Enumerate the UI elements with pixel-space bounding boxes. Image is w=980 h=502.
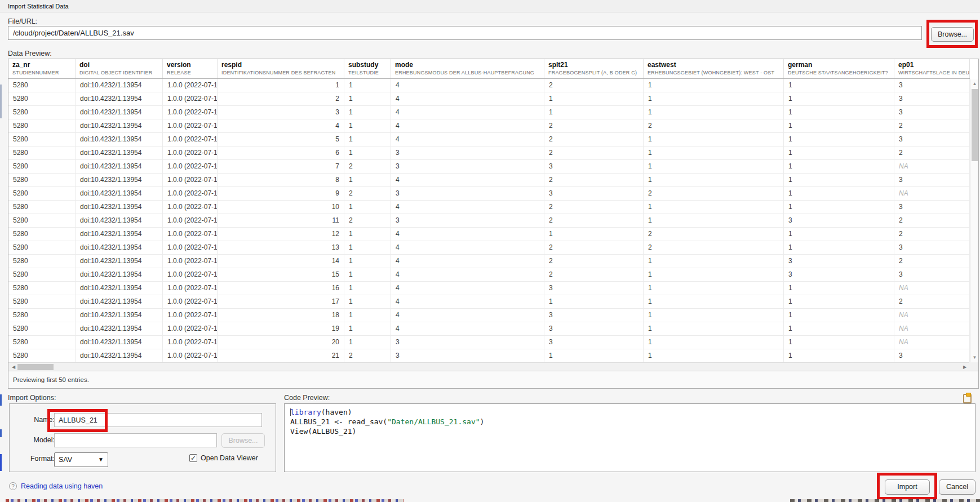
table-cell-respid: 14 xyxy=(218,255,344,268)
format-selected-value: SAV xyxy=(59,456,72,464)
table-cell-ep01: 3 xyxy=(894,349,970,362)
table-cell-respid: 13 xyxy=(218,241,344,254)
format-label: Format: xyxy=(13,455,55,463)
table-cell-mode: 3 xyxy=(391,214,544,227)
table-cell-respid: 21 xyxy=(218,349,344,362)
model-browse-button[interactable]: Browse... xyxy=(221,433,265,448)
table-cell-respid: 6 xyxy=(218,146,344,159)
table-cell-doi: doi:10.4232/1.13954 xyxy=(76,295,163,308)
open-data-viewer-checkbox[interactable]: ✓ xyxy=(189,454,197,462)
table-cell-respid: 7 xyxy=(218,160,344,173)
horizontal-scrollbar-thumb[interactable] xyxy=(17,364,54,370)
table-cell-german: 1 xyxy=(784,241,894,254)
table-cell-doi: doi:10.4232/1.13954 xyxy=(76,349,163,362)
table-cell-doi: doi:10.4232/1.13954 xyxy=(76,241,163,254)
table-cell-substudy: 2 xyxy=(344,160,391,173)
scrollbar-corner xyxy=(969,362,978,371)
copy-clipboard-icon[interactable] xyxy=(963,394,972,403)
column-header-respid: respidIDENTIFIKATIONSNUMMER DES BEFRAGTE… xyxy=(218,59,344,78)
table-cell-za_nr: 5280 xyxy=(8,214,76,227)
table-cell-german: 1 xyxy=(784,187,894,200)
table-cell-version: 1.0.0 (2022-07-13) xyxy=(163,146,218,159)
model-input[interactable] xyxy=(54,433,217,447)
table-cell-german: 1 xyxy=(784,349,894,362)
table-cell-ep01: 2 xyxy=(894,228,970,241)
table-cell-german: 3 xyxy=(784,214,894,227)
vertical-scrollbar[interactable]: ▲ ▼ xyxy=(970,79,978,362)
table-row: 5280doi:10.4232/1.139541.0.0 (2022-07-13… xyxy=(8,160,970,174)
scroll-right-icon[interactable]: ▶ xyxy=(961,363,969,371)
preview-body: 5280doi:10.4232/1.139541.0.0 (2022-07-13… xyxy=(8,79,970,362)
table-cell-respid: 8 xyxy=(218,174,344,186)
horizontal-scrollbar[interactable]: ◀ ▶ xyxy=(8,362,970,371)
table-cell-version: 1.0.0 (2022-07-13) xyxy=(163,336,218,349)
table-row: 5280doi:10.4232/1.139541.0.0 (2022-07-13… xyxy=(8,201,970,214)
table-cell-splt21: 1 xyxy=(544,106,644,119)
table-cell-german: 1 xyxy=(784,79,894,92)
table-cell-substudy: 1 xyxy=(344,133,391,146)
browse-button[interactable]: Browse... xyxy=(931,27,974,42)
table-cell-doi: doi:10.4232/1.13954 xyxy=(76,201,163,214)
table-cell-german: 1 xyxy=(784,201,894,214)
code-preview-label: Code Preview: xyxy=(284,394,330,402)
code-line: View(ALLBUS_21) xyxy=(290,427,969,436)
import-button[interactable]: Import xyxy=(885,479,930,495)
table-cell-mode: 4 xyxy=(391,309,544,322)
table-cell-za_nr: 5280 xyxy=(8,201,76,214)
table-cell-doi: doi:10.4232/1.13954 xyxy=(76,92,163,105)
import-options-group: Name: Model: Browse... Format: SAV ▼ ✓ O… xyxy=(9,403,276,472)
table-cell-version: 1.0.0 (2022-07-13) xyxy=(163,214,218,227)
table-cell-eastwest: 1 xyxy=(644,255,784,268)
background-window-sliver xyxy=(6,499,403,502)
table-cell-ep01: 3 xyxy=(894,79,970,92)
table-cell-splt21: 2 xyxy=(544,119,644,132)
table-row: 5280doi:10.4232/1.139541.0.0 (2022-07-13… xyxy=(8,282,970,295)
table-cell-splt21: 3 xyxy=(544,322,644,335)
open-data-viewer-row[interactable]: ✓ Open Data Viewer xyxy=(189,454,258,462)
table-cell-mode: 4 xyxy=(391,295,544,308)
dialog-title: Import Statistical Data xyxy=(0,0,980,12)
column-header-eastwest: eastwestERHEBUNGSGEBIET (WOHNGEBIET): WE… xyxy=(644,59,784,78)
table-cell-substudy: 1 xyxy=(344,92,391,105)
table-cell-version: 1.0.0 (2022-07-13) xyxy=(163,309,218,322)
table-row: 5280doi:10.4232/1.139541.0.0 (2022-07-13… xyxy=(8,174,970,187)
table-cell-za_nr: 5280 xyxy=(8,187,76,200)
table-cell-ep01: 2 xyxy=(894,119,970,132)
table-cell-ep01: 2 xyxy=(894,214,970,227)
help-link-row[interactable]: ? Reading data using haven xyxy=(9,482,103,490)
scroll-up-icon[interactable]: ▲ xyxy=(970,80,979,87)
chevron-down-icon: ▼ xyxy=(98,453,104,467)
table-cell-respid: 11 xyxy=(218,214,344,227)
table-cell-splt21: 1 xyxy=(544,228,644,241)
table-cell-substudy: 2 xyxy=(344,214,391,227)
file-url-input[interactable] xyxy=(8,26,922,40)
table-cell-respid: 16 xyxy=(218,282,344,295)
table-cell-version: 1.0.0 (2022-07-13) xyxy=(163,79,218,92)
table-cell-eastwest: 1 xyxy=(644,349,784,362)
table-cell-german: 1 xyxy=(784,174,894,186)
table-cell-german: 1 xyxy=(784,106,894,119)
scroll-down-icon[interactable]: ▼ xyxy=(970,354,979,361)
table-cell-substudy: 1 xyxy=(344,282,391,295)
help-link[interactable]: Reading data using haven xyxy=(21,482,103,490)
cancel-button[interactable]: Cancel xyxy=(939,479,975,495)
table-row: 5280doi:10.4232/1.139541.0.0 (2022-07-13… xyxy=(8,187,970,201)
table-cell-german: 3 xyxy=(784,268,894,281)
table-cell-eastwest: 1 xyxy=(644,214,784,227)
help-question-icon[interactable]: ? xyxy=(9,482,17,490)
scroll-left-icon[interactable]: ◀ xyxy=(10,363,17,371)
name-input[interactable] xyxy=(54,413,262,427)
table-cell-mode: 4 xyxy=(391,119,544,132)
table-cell-respid: 2 xyxy=(218,92,344,105)
table-cell-splt21: 2 xyxy=(544,255,644,268)
table-cell-za_nr: 5280 xyxy=(8,282,76,295)
table-cell-za_nr: 5280 xyxy=(8,228,76,241)
code-preview-editor[interactable]: library(haven)ALLBUS_21 <- read_sav("Dat… xyxy=(284,403,975,472)
format-select[interactable]: SAV ▼ xyxy=(54,452,108,467)
table-cell-za_nr: 5280 xyxy=(8,160,76,173)
table-cell-respid: 4 xyxy=(218,119,344,132)
table-cell-doi: doi:10.4232/1.13954 xyxy=(76,119,163,132)
code-token: (haven) xyxy=(321,408,352,416)
vertical-scrollbar-thumb[interactable] xyxy=(972,89,978,161)
table-cell-splt21: 3 xyxy=(544,336,644,349)
